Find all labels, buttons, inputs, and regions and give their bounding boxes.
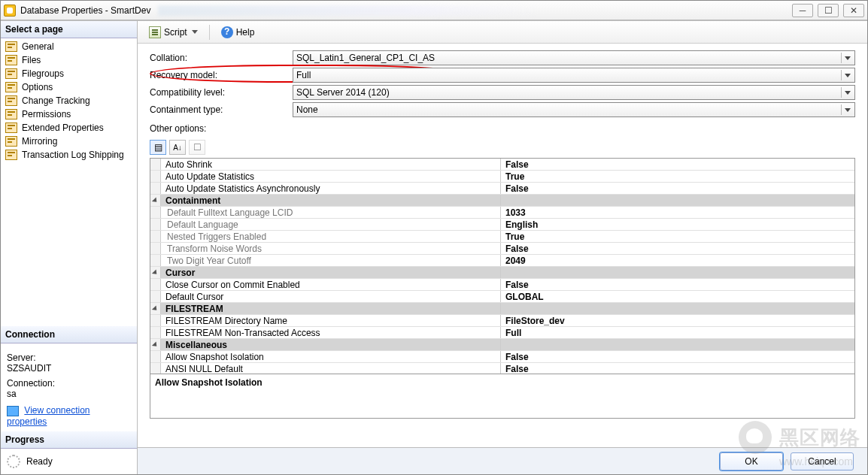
grid-value-cell bbox=[501, 195, 854, 206]
collation-label: Collation: bbox=[150, 53, 293, 63]
grid-category[interactable]: FILESTREAM bbox=[150, 303, 854, 315]
expander-icon[interactable] bbox=[152, 341, 159, 348]
grid-name-cell: Default Language bbox=[161, 219, 501, 230]
expander-icon[interactable] bbox=[152, 197, 159, 204]
sidebar-item-label: Filegroups bbox=[22, 68, 64, 79]
grid-value-cell[interactable]: GLOBAL bbox=[501, 291, 854, 302]
grid-name-cell: Default Fulltext Language LCID bbox=[161, 207, 501, 218]
connection-icon bbox=[7, 406, 19, 416]
grid-row[interactable]: Allow Snapshot IsolationFalse bbox=[150, 351, 854, 363]
sidebar-item-label: Permissions bbox=[22, 109, 71, 120]
grid-row[interactable]: Default Fulltext Language LCID1033 bbox=[150, 207, 854, 219]
sidebar-item-permissions[interactable]: Permissions bbox=[1, 107, 137, 121]
ok-button[interactable]: OK bbox=[720, 452, 783, 470]
grid-row[interactable]: ANSI NULL DefaultFalse bbox=[150, 363, 854, 374]
grid-value-cell[interactable]: 1033 bbox=[501, 207, 854, 218]
grid-category[interactable]: Cursor bbox=[150, 267, 854, 279]
dialog-window: Database Properties - SmartDev ─ ☐ ✕ Sel… bbox=[0, 0, 868, 475]
compat-value: SQL Server 2014 (120) bbox=[296, 87, 390, 98]
left-panel: Select a page GeneralFilesFilegroupsOpti… bbox=[1, 21, 138, 474]
sidebar-item-label: Transaction Log Shipping bbox=[22, 150, 124, 160]
script-button[interactable]: Script bbox=[144, 24, 203, 41]
categorized-view-button[interactable]: ▤ bbox=[150, 140, 166, 155]
grid-value-cell[interactable]: 2049 bbox=[501, 255, 854, 266]
grid-category[interactable]: Containment bbox=[150, 195, 854, 207]
grid-name-cell: Transform Noise Words bbox=[161, 243, 501, 254]
grid-row[interactable]: Transform Noise WordsFalse bbox=[150, 243, 854, 255]
property-pages-button[interactable]: ☐ bbox=[189, 140, 205, 155]
grid-row[interactable]: Nested Triggers EnabledTrue bbox=[150, 231, 854, 243]
grid-value-cell[interactable]: English bbox=[501, 219, 854, 230]
page-icon bbox=[5, 150, 17, 160]
watermark-url: www.heiqu.com bbox=[779, 455, 853, 467]
grid-value-cell[interactable]: False bbox=[501, 243, 854, 254]
select-page-header: Select a page bbox=[1, 21, 137, 38]
grid-value-cell bbox=[501, 267, 854, 278]
window-title: Database Properties - SmartDev bbox=[20, 5, 150, 16]
grid-row[interactable]: Auto Update StatisticsTrue bbox=[150, 171, 854, 183]
grid-value-cell[interactable]: True bbox=[501, 231, 854, 242]
toolbar: Script ? Help bbox=[138, 21, 867, 44]
expand-cell bbox=[150, 267, 161, 278]
categorized-icon: ▤ bbox=[154, 142, 162, 153]
containment-combo[interactable]: None bbox=[293, 102, 855, 117]
grid-value-cell[interactable]: True bbox=[501, 171, 854, 182]
collation-combo[interactable]: SQL_Latin1_General_CP1_CI_AS bbox=[293, 50, 855, 65]
compat-label: Compatibility level: bbox=[150, 87, 293, 98]
expand-cell bbox=[150, 279, 161, 290]
maximize-button[interactable]: ☐ bbox=[818, 4, 839, 17]
sidebar-item-mirroring[interactable]: Mirroring bbox=[1, 135, 137, 148]
grid-row[interactable]: Default LanguageEnglish bbox=[150, 219, 854, 231]
sidebar-item-change-tracking[interactable]: Change Tracking bbox=[1, 94, 137, 107]
grid-row[interactable]: FILESTREAM Directory NameFileStore_dev bbox=[150, 315, 854, 327]
sidebar-item-extended-properties[interactable]: Extended Properties bbox=[1, 121, 137, 135]
grid-value-cell[interactable]: False bbox=[501, 351, 854, 362]
compat-combo[interactable]: SQL Server 2014 (120) bbox=[293, 85, 855, 100]
alphabetical-view-button[interactable]: A↓ bbox=[169, 140, 186, 155]
toolbar-divider bbox=[209, 25, 210, 40]
grid-row[interactable]: Default CursorGLOBAL bbox=[150, 291, 854, 303]
grid-value-cell[interactable]: False bbox=[501, 159, 854, 170]
expander-icon[interactable] bbox=[152, 269, 159, 276]
recovery-combo[interactable]: Full bbox=[293, 68, 855, 83]
sidebar-item-files[interactable]: Files bbox=[1, 53, 137, 67]
grid-value-cell[interactable]: False bbox=[501, 363, 854, 374]
grid-value-cell bbox=[501, 303, 854, 314]
grid-value-cell[interactable]: False bbox=[501, 183, 854, 194]
sidebar-item-label: Extended Properties bbox=[22, 123, 104, 133]
grid-value-cell[interactable]: False bbox=[501, 279, 854, 290]
progress-spinner-icon bbox=[7, 455, 20, 468]
grid-name-cell: Allow Snapshot Isolation bbox=[161, 351, 501, 362]
sidebar-item-filegroups[interactable]: Filegroups bbox=[1, 67, 137, 80]
grid-name-cell: Auto Shrink bbox=[161, 159, 501, 170]
grid-row[interactable]: Auto Update Statistics AsynchronouslyFal… bbox=[150, 183, 854, 195]
expand-cell bbox=[150, 303, 161, 314]
property-grid[interactable]: Auto ShrinkFalseAuto Update StatisticsTr… bbox=[150, 159, 854, 374]
titlebar[interactable]: Database Properties - SmartDev ─ ☐ ✕ bbox=[1, 1, 867, 20]
close-button[interactable]: ✕ bbox=[843, 4, 864, 17]
grid-name-cell: ANSI NULL Default bbox=[161, 363, 501, 374]
sidebar-item-options[interactable]: Options bbox=[1, 80, 137, 94]
grid-name-cell: FILESTREAM bbox=[161, 303, 501, 314]
help-icon: ? bbox=[221, 26, 233, 38]
chevron-down-icon bbox=[841, 53, 853, 63]
sidebar-item-transaction-log-shipping[interactable]: Transaction Log Shipping bbox=[1, 148, 137, 162]
grid-row[interactable]: Two Digit Year Cutoff2049 bbox=[150, 255, 854, 267]
help-button[interactable]: ? Help bbox=[216, 24, 260, 41]
help-label: Help bbox=[236, 27, 255, 38]
minimize-button[interactable]: ─ bbox=[792, 4, 813, 17]
grid-name-cell: Cursor bbox=[161, 267, 501, 278]
grid-row[interactable]: Close Cursor on Commit EnabledFalse bbox=[150, 279, 854, 291]
sidebar-item-general[interactable]: General bbox=[1, 40, 137, 53]
expand-cell bbox=[150, 327, 161, 338]
grid-row[interactable]: FILESTREAM Non-Transacted AccessFull bbox=[150, 327, 854, 339]
grid-name-cell: Close Cursor on Commit Enabled bbox=[161, 279, 501, 290]
grid-value-cell[interactable]: Full bbox=[501, 327, 854, 338]
expander-icon[interactable] bbox=[152, 305, 159, 312]
grid-category[interactable]: Miscellaneous bbox=[150, 339, 854, 351]
view-connection-link[interactable]: View connection properties bbox=[7, 405, 90, 427]
grid-value-cell[interactable]: FileStore_dev bbox=[501, 315, 854, 326]
sidebar-item-label: Files bbox=[22, 55, 41, 65]
page-icon bbox=[5, 82, 17, 92]
grid-row[interactable]: Auto ShrinkFalse bbox=[150, 159, 854, 171]
